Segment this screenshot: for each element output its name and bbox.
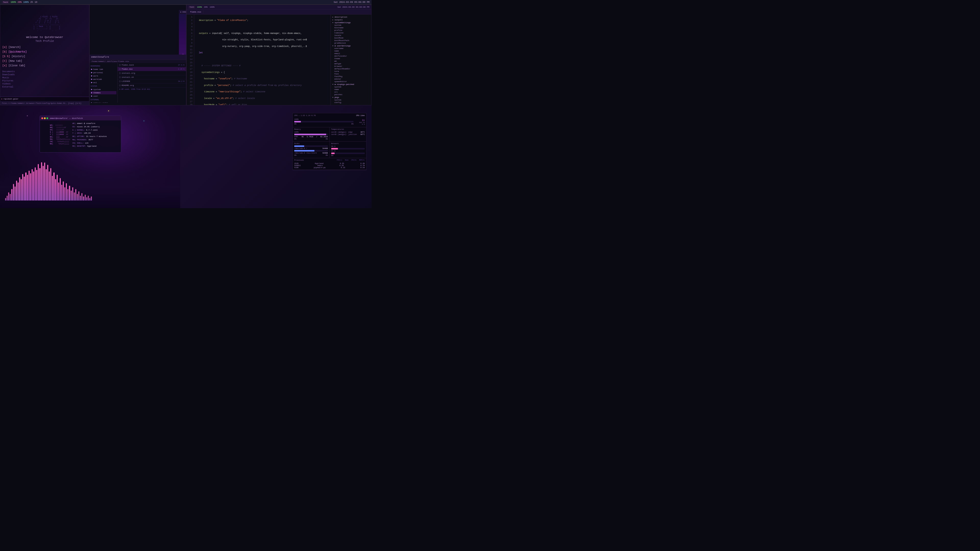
qb-statusbar: file:///home/emmet/.browser/Tech/config/… — [0, 101, 89, 105]
fetch-terminal: emmet@snowfire↑ — distfetch WE| ::::::: … — [40, 116, 121, 152]
fm-file-flake-lock[interactable]: ▢flake.lock 27.5 K — [118, 63, 186, 67]
tree-sys-timezone[interactable]: timezone — [332, 32, 370, 34]
viz-bar-24 — [43, 166, 44, 201]
code-line-8: # ----- SYSTEM SETTINGS ---- # — [196, 64, 328, 68]
fm-pane: Bookmarks ▶home lab ▶personal ▶work ▶wor… — [89, 63, 186, 103]
tree-nix-patches[interactable]: patches — [332, 94, 370, 96]
fm-file-list: ▢flake.lock 27.5 K ▢flake.nix 2.26 K ▢in… — [118, 63, 186, 87]
tree-sys-profile[interactable]: profile — [332, 29, 370, 32]
editor-titlebar: flake.nix — [186, 10, 371, 14]
file-icon: ▢ — [119, 68, 121, 70]
tree-usr-browser[interactable]: browser — [332, 65, 370, 68]
qb-history-item[interactable]: [S h] [History] — [2, 54, 87, 59]
tree-sys-hostname[interactable]: hostname — [332, 27, 370, 29]
tree-outputs[interactable]: ▸ outputs — [332, 18, 370, 21]
viz-bar-32 — [55, 179, 56, 201]
tree-usr-wmtype[interactable]: wmType — [332, 62, 370, 65]
viz-bar-17 — [32, 169, 33, 201]
viz-bar-1 — [6, 196, 8, 201]
line-numbers: 12345 678910 1112131415 1617181920 21222… — [186, 14, 194, 105]
tree-pkgs-system[interactable]: system — [332, 99, 370, 101]
fm-item-octave[interactable]: ▶octave-works — [91, 101, 116, 103]
fm-item-personal[interactable]: ▶personal — [91, 71, 116, 74]
bm-pictures: Pictures — [2, 79, 87, 83]
qb-history-label: [History] — [11, 55, 25, 58]
tree-nix-name[interactable]: name — [332, 88, 370, 91]
tree-usr-dotfilesdir[interactable]: dotfilesDir — [332, 55, 370, 57]
tree-nixpkgs-patched[interactable]: ▾ ◈ nixpkgs-patched — [332, 83, 370, 86]
tree-usr-name[interactable]: name — [332, 50, 370, 52]
minimize-dot[interactable] — [44, 118, 46, 119]
qb-bookmarks-item[interactable]: [b] [Quickmarks] — [2, 50, 87, 54]
tree-description[interactable]: ▸ description — [332, 16, 370, 18]
file-icon: ▢ — [119, 72, 121, 75]
qb-newtab-key: [t] — [2, 60, 7, 62]
tree-pkgs-config[interactable]: config — [332, 101, 370, 104]
file-icon: ▢ — [119, 84, 121, 87]
temp-title: Temperatures — [331, 128, 365, 130]
tree-systemsettings[interactable]: ▾ systemSettings — [332, 21, 370, 24]
viz-bar-12 — [24, 176, 25, 200]
qb-newtab-item[interactable]: [t] [New tab] — [2, 59, 87, 64]
code-line-4: nix-straight, stylix, blocklist-hosts, h… — [196, 38, 328, 41]
fm-file-readme[interactable]: ▢README.org — [118, 83, 186, 87]
tree-sys-bootmountpath[interactable]: bootMountPath — [332, 39, 370, 42]
viz-bar-40 — [67, 189, 68, 201]
tree-usr-editor[interactable]: editor — [332, 78, 370, 80]
tree-sys-bootmode[interactable]: bootMode — [332, 37, 370, 39]
tree-usr-theme[interactable]: theme — [332, 57, 370, 60]
fm-item-system[interactable]: ▶system — [91, 88, 116, 91]
qb-search-label: [Search] — [8, 46, 21, 49]
bottom-panel: emmet@snowfire↑ — distfetch WE| ::::::: … — [0, 105, 372, 208]
editor-top-vol: 100% — [210, 6, 215, 8]
editor-tab-flake[interactable]: flake.nix — [188, 10, 204, 14]
tree-usr-spawneditor[interactable]: spawnEditor — [332, 80, 370, 83]
tree-usr-wm[interactable]: wm — [332, 60, 370, 62]
status-bar: Tech 100% 20% 100% 2h 10 Sat 2024-03-09 … — [0, 0, 372, 5]
qb-search-item[interactable]: [o] [Search] — [2, 45, 87, 50]
viz-bar-44 — [74, 192, 75, 201]
tree-usr-font[interactable]: font — [332, 73, 370, 75]
fm-item-homelab[interactable]: ▶home lab — [91, 68, 116, 71]
tree-usr-defaultroamdir[interactable]: defaultRoamDir — [332, 68, 370, 70]
sysmon-temperatures: Temperatures card0 (amdgpu): edge49°C ca… — [330, 127, 366, 141]
proc-row-emacs: 550651 emacs 0.26 0.7% — [294, 165, 365, 167]
editor-top-cpu: 100% — [197, 6, 202, 8]
sysmon-cpu: CPU — 1.53 1.14 0.78 CPU like 100% 0%8% … — [293, 113, 366, 127]
tree-pkgs[interactable]: ▾ pkgs — [332, 96, 370, 99]
proc-name-3: pipewire-pu — [314, 167, 326, 168]
tree-nix-src[interactable]: src — [332, 91, 370, 94]
fm-file-install-sh[interactable]: ▢install.sh — [118, 75, 186, 79]
close-dot[interactable] — [41, 118, 43, 119]
tree-usr-username[interactable]: username — [332, 47, 370, 50]
fm-file-license[interactable]: ▢LICENSE 34.2 K — [118, 79, 186, 83]
tree-usr-fontpkg[interactable]: fontPkg — [332, 75, 370, 78]
fm-item-wsl[interactable]: ▶wsl — [91, 81, 116, 84]
fm-item-worklab[interactable]: ▶worklab — [91, 78, 116, 81]
tree-usersettings[interactable]: ▾ ◈ userSettings — [332, 44, 370, 47]
fm-item-themes[interactable]: ▶themes — [91, 91, 116, 94]
tree-usr-email[interactable]: email — [332, 52, 370, 55]
viz-bar-42 — [71, 191, 72, 200]
viz-bar-8 — [18, 183, 19, 201]
qb-closetab-item[interactable]: [x] [Close tab] — [2, 64, 87, 68]
fm-file-install-org[interactable]: ▢install.org — [118, 71, 186, 75]
code-line-1: description = "Flake of LibrePhoenix"; — [196, 19, 328, 22]
viz-bar-25 — [44, 162, 45, 201]
memory-title: Memory — [294, 128, 328, 130]
editor-code-area[interactable]: 12345 678910 1112131415 1617181920 21222… — [186, 14, 331, 105]
tree-usr-term[interactable]: term — [332, 70, 370, 73]
fm-item-user[interactable]: ▶user — [91, 94, 116, 98]
code-line-6: let — [196, 51, 328, 55]
tree-sys-locale[interactable]: locale — [332, 34, 370, 37]
viz-bar-14 — [27, 175, 28, 200]
code-line-7 — [196, 58, 328, 61]
fm-item-work[interactable]: ▶work — [91, 74, 116, 78]
tree-nix-system[interactable]: system — [332, 86, 370, 88]
qb-bookmarks-list: Documents Downloads Music Pictures Video… — [2, 70, 87, 89]
tree-sys-system[interactable]: system — [332, 24, 370, 27]
maximize-dot[interactable] — [46, 118, 48, 119]
bm-external: External — [2, 86, 87, 89]
tree-sys-grubdevice[interactable]: grubDevice — [332, 42, 370, 44]
fm-file-flake-nix[interactable]: ▢flake.nix 2.26 K — [118, 67, 186, 71]
